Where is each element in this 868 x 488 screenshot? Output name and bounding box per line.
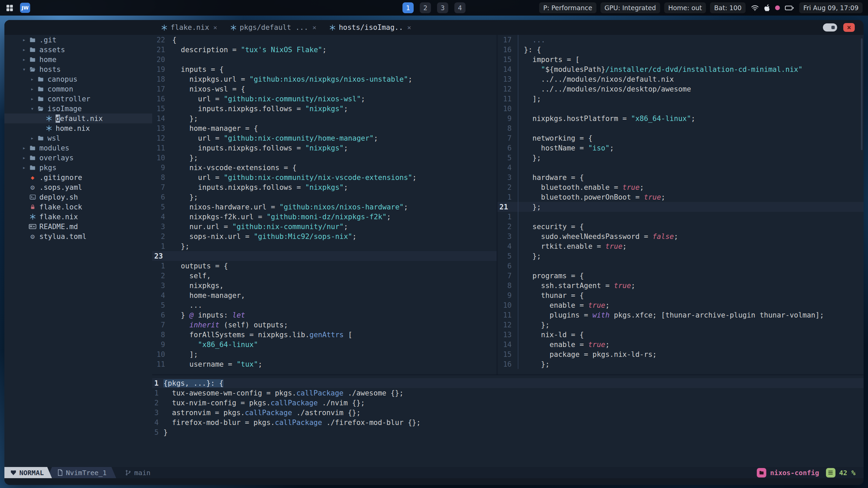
- window-pin-button[interactable]: [823, 23, 837, 32]
- code-line[interactable]: 6 hostName = "iso";: [497, 143, 864, 153]
- code-line[interactable]: 12 ../../modules/nixos/desktop/awesome: [497, 84, 864, 94]
- apps-grid-icon[interactable]: [5, 4, 14, 12]
- code-line[interactable]: 20: [152, 55, 497, 64]
- code-line[interactable]: 2 self,: [152, 271, 497, 281]
- code-line[interactable]: 23: [152, 251, 497, 261]
- tree-folder-assets[interactable]: ▸assets: [4, 45, 152, 55]
- code-line[interactable]: 14 enable = true;: [497, 340, 864, 349]
- code-line[interactable]: 7 networking = {: [497, 133, 864, 143]
- tree-folder-modules[interactable]: ▸modules: [4, 143, 152, 153]
- notification-dot-icon[interactable]: [775, 5, 780, 10]
- workspace-button-1[interactable]: 1: [402, 2, 414, 13]
- code-line[interactable]: 8 url = "github:nix-community/nix-vscode…: [152, 172, 497, 182]
- code-line[interactable]: 10 ];: [152, 349, 497, 359]
- code-line[interactable]: 21 description = "tux's NixOS Flake";: [152, 45, 497, 55]
- code-line[interactable]: 15 inputs.nixpkgs.follows = "nixpkgs";: [152, 104, 497, 114]
- code-line[interactable]: 16 url = "github:nix-community/nixos-wsl…: [152, 94, 497, 104]
- clock[interactable]: Fri Aug 09, 17:09: [799, 2, 863, 13]
- tree-file-flake.nix[interactable]: flake.nix: [4, 212, 152, 222]
- code-line[interactable]: 2 bluetooth.enable = true;: [497, 182, 864, 192]
- code-line[interactable]: 9 nixpkgs.hostPlatform = "x86_64-linux";: [497, 114, 864, 123]
- code-line[interactable]: 5 };: [497, 153, 864, 163]
- tree-folder-wsl[interactable]: ▸wsl: [4, 133, 152, 143]
- code-line[interactable]: 2 tux-nvim-config = pkgs.callPackage ./n…: [152, 398, 864, 408]
- code-line[interactable]: 16}: {: [497, 45, 864, 55]
- code-line[interactable]: 22{: [152, 35, 497, 45]
- code-line[interactable]: 4 rtkit.enable = true;: [497, 241, 864, 251]
- code-line[interactable]: 6 } @ inputs: let: [152, 310, 497, 320]
- code-line[interactable]: 13 ../../modules/nixos/default.nix: [497, 74, 864, 84]
- code-line[interactable]: 9 "x86_64-linux": [152, 340, 497, 349]
- tree-folder-overlays[interactable]: ▸overlays: [4, 153, 152, 163]
- tree-folder-.git[interactable]: ▸.git: [4, 35, 152, 45]
- code-line[interactable]: 19 inputs = {: [152, 64, 497, 74]
- code-line[interactable]: 6 };: [152, 192, 497, 202]
- code-line[interactable]: 1 bluetooth.powerOnBoot = true;: [497, 192, 864, 202]
- tab-flake.nix[interactable]: flake.nix×: [156, 20, 222, 35]
- tree-folder-pkgs[interactable]: ▸pkgs: [4, 163, 152, 172]
- code-line[interactable]: 10 };: [152, 153, 497, 163]
- code-line[interactable]: 4: [497, 163, 864, 172]
- workspace-button-2[interactable]: 2: [420, 2, 431, 13]
- code-line[interactable]: 4 home-manager,: [152, 290, 497, 300]
- code-line[interactable]: 7 inherit (self) outputs;: [152, 320, 497, 330]
- code-line[interactable]: 1 outputs = {: [152, 261, 497, 271]
- code-line[interactable]: 12 url = "github:nix-community/home-mana…: [152, 133, 497, 143]
- tree-file-.gitignore[interactable]: ◆.gitignore: [4, 172, 152, 182]
- code-line[interactable]: 8 ssh.startAgent = true;: [497, 281, 864, 290]
- tree-folder-canopus[interactable]: ▸canopus: [4, 74, 152, 84]
- code-line[interactable]: 17 ...: [497, 35, 864, 45]
- tree-file-flake.lock[interactable]: flake.lock: [4, 202, 152, 212]
- code-line[interactable]: 4 firefox-mod-blur = pkgs.callPackage ./…: [152, 418, 864, 427]
- power-profile-status[interactable]: P: Performance: [539, 2, 596, 13]
- code-line[interactable]: 13 nix-ld = {: [497, 330, 864, 340]
- scrollbar[interactable]: [861, 38, 863, 150]
- code-line[interactable]: 2 security = {: [497, 222, 864, 231]
- tree-file-.sops.yaml[interactable]: ⚙.sops.yaml: [4, 182, 152, 192]
- code-line[interactable]: 21 };: [497, 202, 864, 212]
- tree-folder-home[interactable]: ▸home: [4, 55, 152, 64]
- code-line[interactable]: 1 tux-awesome-wm-config = pkgs.callPacka…: [152, 388, 864, 398]
- tab-pkgs-default-...[interactable]: pkgs/default ...×: [225, 20, 321, 35]
- tree-folder-controller[interactable]: ▸controller: [4, 94, 152, 104]
- code-line[interactable]: 7 inputs.nixpkgs.follows = "nixpkgs";: [152, 182, 497, 192]
- code-line[interactable]: 11 username = "tux";: [152, 359, 497, 369]
- tab-close-icon[interactable]: ×: [312, 23, 316, 32]
- code-line[interactable]: 17 nixos-wsl = {: [152, 84, 497, 94]
- code-line[interactable]: 14 "${modulesPath}/installer/cd-dvd/inst…: [497, 64, 864, 74]
- apple-icon[interactable]: [764, 4, 770, 12]
- code-line[interactable]: 5 nixos-hardware.url = "github:nixos/nix…: [152, 202, 497, 212]
- command-line[interactable]: [4, 478, 864, 485]
- code-line[interactable]: 8 forAllSystems = nixpkgs.lib.genAttrs [: [152, 330, 497, 340]
- tree-file-README.md[interactable]: README.md: [4, 222, 152, 231]
- code-line[interactable]: 18 nixpkgs.url = "github:nixos/nixpkgs/n…: [152, 74, 497, 84]
- code-line[interactable]: 12 };: [497, 320, 864, 330]
- code-line[interactable]: 1{pkgs, ...}: {: [152, 378, 864, 388]
- code-line[interactable]: 13 home-manager = {: [152, 123, 497, 133]
- code-line[interactable]: 5 ...: [152, 300, 497, 310]
- tree-file-stylua.toml[interactable]: ⚙stylua.toml: [4, 231, 152, 241]
- code-line[interactable]: 11 inputs.nixpkgs.follows = "nixpkgs";: [152, 143, 497, 153]
- code-line[interactable]: 15 imports = [: [497, 55, 864, 64]
- battery-status[interactable]: Bat: 100: [710, 2, 746, 13]
- code-line[interactable]: 9 nix-vscode-extensions = {: [152, 163, 497, 172]
- code-line[interactable]: 10 enable = true;: [497, 300, 864, 310]
- workspace-button-4[interactable]: 4: [454, 2, 466, 13]
- gpu-status[interactable]: GPU: Integrated: [600, 2, 660, 13]
- tree-file-default.nix[interactable]: default.nix: [4, 114, 152, 123]
- launcher-logo[interactable]: JW: [20, 3, 30, 13]
- code-line[interactable]: 14 };: [152, 114, 497, 123]
- code-line[interactable]: 5 };: [497, 251, 864, 261]
- code-line[interactable]: 3 hardware = {: [497, 172, 864, 182]
- code-line[interactable]: 11 ];: [497, 94, 864, 104]
- code-line[interactable]: 1: [497, 212, 864, 222]
- wifi-icon[interactable]: [751, 5, 759, 11]
- code-line[interactable]: 15 package = pkgs.nix-ld-rs;: [497, 349, 864, 359]
- tree-folder-isoImage[interactable]: ▾isoImage: [4, 104, 152, 114]
- code-line[interactable]: 2 sops-nix.url = "github:Mic92/sops-nix"…: [152, 231, 497, 241]
- home-status[interactable]: Home: out: [664, 2, 706, 13]
- code-line[interactable]: 3 nur.url = "github:nix-community/nur";: [152, 222, 497, 231]
- code-line[interactable]: 1 };: [152, 241, 497, 251]
- tab-close-icon[interactable]: ×: [213, 23, 217, 32]
- tab-hosts-isoImag..[interactable]: hosts/isoImag..×: [324, 20, 416, 35]
